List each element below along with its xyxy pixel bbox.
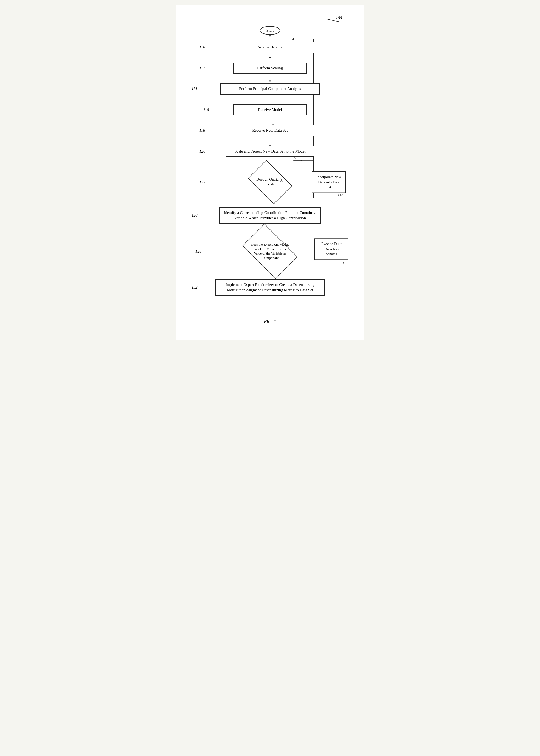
svg-line-0: [326, 19, 339, 22]
ref-130: 130: [340, 261, 345, 265]
ref-126: 126: [192, 213, 198, 218]
ref-128: 128: [196, 249, 202, 254]
node-118-row: 118 Receive New Data Set: [184, 125, 356, 136]
svg-text:No: No: [294, 157, 297, 160]
ref-120: 120: [200, 149, 205, 154]
node-128-diamond: Does the Expert Knowledge Label the Vari…: [244, 234, 296, 268]
ref-124: 124: [338, 193, 343, 197]
node-122-row: 122 Incorporate New Data into Data Set 1…: [184, 166, 356, 198]
node-126-row: 126 Identify a Corresponding Contributio…: [184, 207, 356, 224]
page: 100: [176, 5, 364, 340]
ref-100-arrow: [325, 18, 340, 23]
ref-122: 122: [200, 180, 205, 185]
node-110-row: 110 Receive Data Set: [184, 42, 356, 53]
node-128-row: 128 Execute Fault Detection Scheme 130 D…: [184, 233, 356, 270]
svg-marker-24: [301, 160, 303, 161]
node-114: Perform Principal Component Analysis: [220, 83, 320, 95]
node-110: Receive Data Set: [225, 42, 315, 53]
svg-marker-2: [269, 35, 271, 37]
ref-116: 116: [203, 107, 209, 112]
node-122-text: Does an Outlier(s) Exist?: [256, 177, 284, 187]
node-128-text: Does the Expert Knowledge Label the Vari…: [250, 242, 290, 260]
ref-118: 118: [200, 128, 205, 133]
node-132-row: 132 Implement Expert Randomizer to Creat…: [184, 279, 356, 296]
ref-112: 112: [200, 66, 205, 70]
node-126: Identify a Corresponding Contribution Pl…: [219, 207, 321, 224]
node-120-row: 120 Scale and Project New Data Set to th…: [184, 146, 356, 157]
node-116-row: 116 Receive Model: [184, 104, 356, 116]
node-112-row: 112 Perform Scaling: [184, 63, 356, 74]
node-124: Incorporate New Data into Data Set 124: [312, 171, 346, 193]
svg-marker-33: [292, 38, 294, 40]
node-116: Receive Model: [233, 104, 307, 116]
node-124-label: Incorporate New Data into Data Set: [317, 175, 341, 189]
main-flow: No Yes No Yes: [184, 24, 356, 311]
node-118: Receive New Data Set: [225, 125, 315, 136]
node-114-row: 114 Perform Principal Component Analysis: [184, 83, 356, 95]
diagram-container: 100: [184, 16, 356, 324]
node-130: Execute Fault Detection Scheme 130: [315, 238, 348, 260]
ref-114: 114: [192, 86, 197, 91]
node-132: Implement Expert Randomizer to Create a …: [215, 279, 325, 296]
node-112: Perform Scaling: [233, 63, 307, 74]
node-122-diamond: Does an Outlier(s) Exist?: [249, 166, 291, 198]
ref-132: 132: [192, 285, 198, 290]
node-120: Scale and Project New Data Set to the Mo…: [225, 146, 315, 157]
node-130-label: Execute Fault Detection Scheme: [321, 242, 341, 256]
ref-110: 110: [200, 45, 205, 50]
svg-marker-6: [269, 57, 271, 59]
ref-100-area: 100: [184, 16, 356, 24]
start-node: Start: [260, 26, 280, 35]
svg-marker-10: [269, 80, 271, 82]
figure-caption: FIG. 1: [264, 319, 276, 324]
start-oval: Start: [260, 26, 280, 35]
